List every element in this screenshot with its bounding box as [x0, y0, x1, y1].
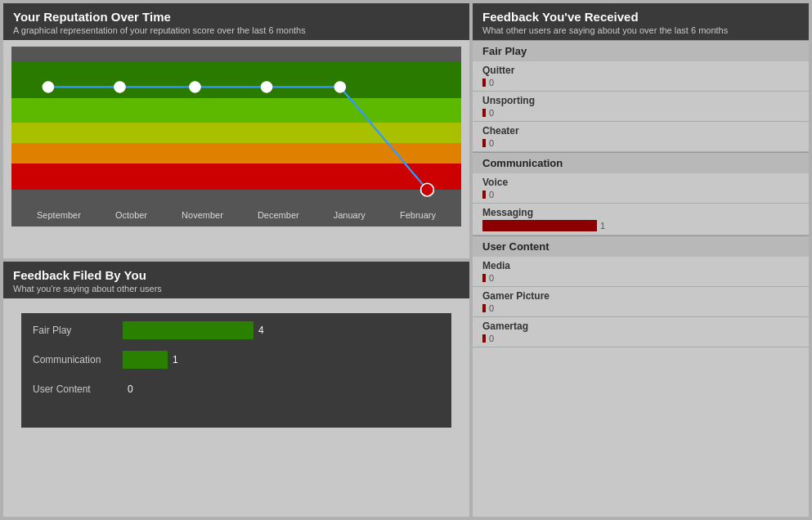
feedback-received-subtitle: What other users are saying about you ov…: [482, 25, 799, 35]
month-dec: December: [258, 210, 299, 220]
item-media-bar-row: 0: [482, 273, 799, 283]
svg-point-4: [334, 82, 345, 92]
bar-row-fairplay: Fair Play 4: [33, 321, 440, 339]
section-communication: Communication Voice 0 Messaging 1: [473, 152, 809, 235]
reputation-header: Your Reputation Over Time A graphical re…: [3, 3, 469, 40]
bar-chart-container: Fair Play 4 Communication 1 User Content: [21, 313, 451, 428]
reputation-panel: Your Reputation Over Time A graphical re…: [3, 3, 469, 258]
month-nov: November: [182, 210, 223, 220]
month-sep: September: [37, 210, 81, 220]
reputation-subtitle: A graphical representation of your reput…: [13, 25, 460, 35]
feedback-received-body: Fair Play Quitter 0 Unsporting 0: [473, 40, 809, 347]
bar-fill-fairplay: [123, 321, 253, 339]
item-messaging-label: Messaging: [482, 207, 799, 218]
item-quitter-value: 0: [489, 78, 494, 87]
section-usercontent-title: User Content: [473, 235, 809, 257]
item-voice-value: 0: [489, 190, 494, 199]
item-cheater-label: Cheater: [482, 125, 799, 137]
svg-point-5: [421, 183, 434, 196]
item-quitter: Quitter 0: [473, 61, 809, 92]
item-voice-bar-row: 0: [482, 190, 799, 199]
item-gamerpicture-value: 0: [489, 303, 494, 313]
item-cheater-bar-row: 0: [482, 138, 799, 148]
item-messaging-bar-row: 1: [482, 220, 799, 231]
bar-value-fairplay: 4: [258, 325, 264, 336]
month-feb: February: [400, 210, 436, 220]
item-gamertag-label: Gamertag: [482, 321, 799, 332]
item-quitter-bar-row: 0: [482, 78, 799, 87]
item-messaging-value: 1: [600, 221, 605, 231]
feedback-received-title: Feedback You've Received: [482, 10, 799, 24]
item-unsporting-bar-row: 0: [482, 108, 799, 118]
bar-label-communication: Communication: [33, 354, 123, 365]
item-gamertag-value: 0: [489, 334, 494, 343]
reputation-line-chart: [11, 61, 461, 205]
bar-row-communication: Communication 1: [33, 351, 440, 369]
section-fairplay-title: Fair Play: [473, 40, 809, 61]
svg-point-2: [190, 82, 200, 92]
month-jan: January: [334, 210, 366, 220]
item-gamerpicture-label: Gamer Picture: [482, 290, 799, 302]
feedback-received-panel: Feedback You've Received What other user…: [473, 3, 809, 517]
feedback-filed-title: Feedback Filed By You: [13, 268, 460, 282]
bar-track-communication: 1: [123, 351, 440, 369]
item-gamerpicture: Gamer Picture 0: [473, 287, 809, 317]
bar-row-usercontent: User Content 0: [33, 380, 440, 398]
item-media-bar: [482, 274, 486, 282]
item-voice-bar: [482, 191, 486, 199]
item-voice-label: Voice: [482, 177, 799, 188]
bar-fill-communication: [123, 351, 168, 369]
svg-point-3: [261, 82, 271, 92]
item-quitter-bar: [482, 78, 486, 87]
feedback-received-header: Feedback You've Received What other user…: [473, 3, 809, 40]
item-messaging: Messaging 1: [473, 204, 809, 235]
item-quitter-label: Quitter: [482, 65, 799, 76]
bar-label-usercontent: User Content: [33, 383, 123, 395]
svg-point-1: [114, 82, 125, 92]
bar-track-usercontent: 0: [123, 380, 440, 398]
item-messaging-bar: [482, 220, 597, 231]
item-unsporting-label: Unsporting: [482, 95, 799, 106]
item-gamerpicture-bar-row: 0: [482, 303, 799, 313]
item-cheater-bar: [482, 139, 486, 147]
item-unsporting-bar: [482, 109, 486, 117]
section-usercontent: User Content Media 0 Gamer Picture 0: [473, 235, 809, 347]
item-media-value: 0: [489, 273, 494, 283]
item-voice: Voice 0: [473, 173, 809, 204]
bar-label-fairplay: Fair Play: [33, 325, 123, 336]
item-unsporting-value: 0: [489, 108, 494, 118]
item-media-label: Media: [482, 260, 799, 271]
chart-labels: September October November December Janu…: [11, 210, 461, 220]
bar-track-fairplay: 4: [123, 321, 440, 339]
item-gamerpicture-bar: [482, 304, 486, 312]
section-communication-title: Communication: [473, 152, 809, 173]
item-gamertag-bar-row: 0: [482, 334, 799, 343]
section-fairplay: Fair Play Quitter 0 Unsporting 0: [473, 40, 809, 152]
feedback-filed-subtitle: What you're saying about other users: [13, 284, 460, 294]
month-oct: October: [115, 210, 147, 220]
item-cheater: Cheater 0: [473, 122, 809, 151]
reputation-chart: September October November December Janu…: [11, 47, 461, 226]
feedback-filed-body: Fair Play 4 Communication 1 User Content: [3, 298, 469, 442]
item-media: Media 0: [473, 257, 809, 287]
svg-point-0: [43, 82, 53, 92]
feedback-filed-header: Feedback Filed By You What you're saying…: [3, 262, 469, 298]
item-gamertag-bar: [482, 334, 486, 343]
item-unsporting: Unsporting 0: [473, 92, 809, 122]
bar-value-usercontent: 0: [128, 383, 133, 395]
bar-value-communication: 1: [173, 354, 178, 365]
item-gamertag: Gamertag 0: [473, 317, 809, 347]
item-cheater-value: 0: [489, 138, 494, 148]
reputation-title: Your Reputation Over Time: [13, 10, 460, 24]
feedback-filed-panel: Feedback Filed By You What you're saying…: [3, 262, 469, 517]
